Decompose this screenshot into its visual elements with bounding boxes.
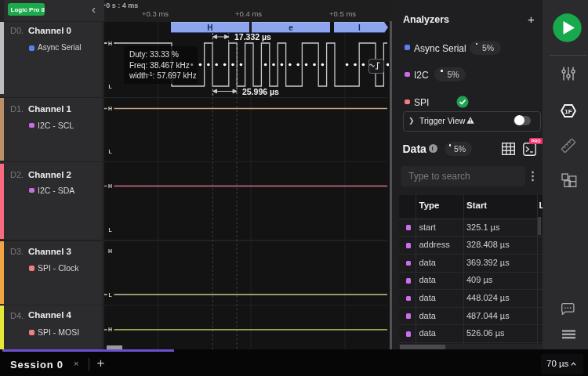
svg-text:L: L bbox=[109, 84, 113, 89]
svg-text:1F: 1F bbox=[564, 107, 572, 114]
svg-text:H: H bbox=[108, 248, 112, 254]
svg-text:L: L bbox=[109, 227, 113, 233]
svg-text:H: H bbox=[108, 327, 112, 332]
svg-text:H: H bbox=[108, 41, 112, 46]
svg-text:H: H bbox=[108, 106, 112, 111]
svg-text:L: L bbox=[109, 149, 113, 154]
svg-text:H: H bbox=[108, 183, 112, 189]
svg-text:L: L bbox=[109, 292, 113, 298]
